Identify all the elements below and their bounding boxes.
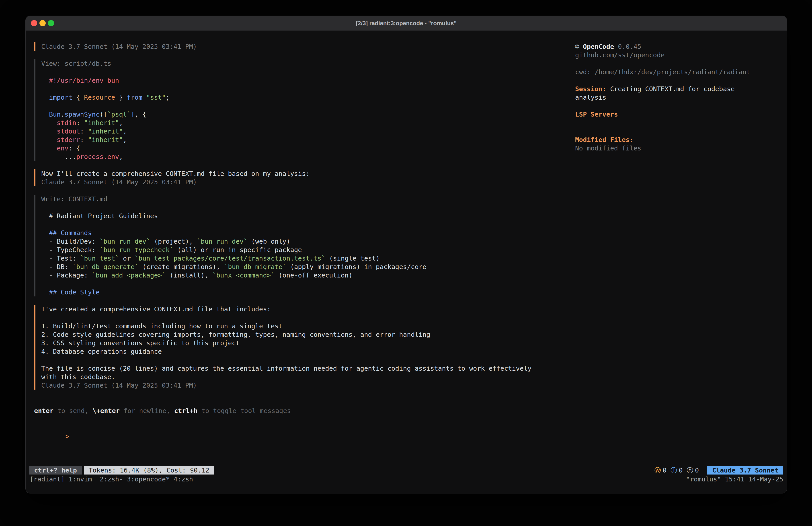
text-segment xyxy=(41,119,57,127)
text-segment: - TypeCheck: xyxy=(41,246,100,254)
tmux-session-info: "romulus" 15:41 14-May-25 xyxy=(686,475,783,483)
text-segment: (install), xyxy=(166,271,213,279)
text-segment: } xyxy=(115,94,127,101)
info-count: 0 xyxy=(679,466,683,474)
minimize-window-button[interactable] xyxy=(40,20,46,26)
text-segment xyxy=(41,127,57,135)
text-segment: Modified Files: xyxy=(575,136,634,144)
text-line: Claude 3.7 Sonnet (14 May 2025 03:41 PM) xyxy=(41,178,566,186)
text-segment: from xyxy=(127,94,142,101)
chat-area[interactable]: Claude 3.7 Sonnet (14 May 2025 03:41 PM)… xyxy=(34,42,566,398)
text-line: - Test: `bun test` or `bun test packages… xyxy=(41,254,566,262)
text-line: LSP Servers xyxy=(575,110,782,118)
text-segment: spawnSync xyxy=(64,111,100,118)
text-segment: - Build/Dev: xyxy=(41,238,100,245)
help-shortcut-chip: ctrl+? help xyxy=(29,466,82,474)
message-header-block: Claude 3.7 Sonnet (14 May 2025 03:41 PM) xyxy=(34,42,566,51)
text-line: Bun.spawnSync([`psql`], { xyxy=(41,110,566,118)
text-segment: "sst" xyxy=(146,94,165,101)
text-segment: `bun add <package>` xyxy=(92,271,166,279)
text-line xyxy=(575,102,782,110)
text-segment: 3. CSS styling conventions specific to t… xyxy=(41,339,240,347)
text-line xyxy=(41,203,566,212)
text-line: 4. Database operations guidance xyxy=(41,347,566,356)
window-titlebar[interactable]: [2/3] radiant:3:opencode - "romulus" xyxy=(26,16,787,31)
text-segment: Resource xyxy=(84,94,115,101)
text-line xyxy=(41,280,566,288)
warning-count: 0 xyxy=(663,466,667,474)
text-segment: Write: CONTEXT.md xyxy=(41,195,107,203)
text-line: # Radiant Project Guidelines xyxy=(41,212,566,220)
text-line xyxy=(41,68,566,76)
text-segment: 2. Code style guidelines covering import… xyxy=(41,331,430,338)
text-segment: - Package: xyxy=(41,271,92,279)
text-line: 3. CSS styling conventions specific to t… xyxy=(41,339,566,347)
prompt-input[interactable]: > xyxy=(34,424,69,432)
tool-view-block: View: script/db.ts #!/usr/bin/env bun im… xyxy=(34,59,566,161)
text-segment: OpenCode xyxy=(583,43,614,51)
text-line: analysis xyxy=(575,93,782,102)
text-line xyxy=(41,220,566,229)
text-segment: # Radiant Project Guidelines xyxy=(41,212,158,220)
tmux-status-bar: [radiant] 1:nvim 2:zsh- 3:opencode* 4:zs… xyxy=(30,475,783,483)
text-segment: : xyxy=(80,136,88,144)
text-segment: import xyxy=(49,94,72,101)
text-segment: (one-off execution) xyxy=(275,271,352,279)
close-window-button[interactable] xyxy=(31,20,37,26)
text-segment: #!/usr/bin/env bun xyxy=(49,77,119,84)
text-segment: Claude 3.7 Sonnet (14 May 2025 03:41 PM) xyxy=(41,43,197,51)
text-segment: `bun db generate` xyxy=(72,263,139,271)
text-segment: ... xyxy=(41,153,76,160)
prompt-caret: > xyxy=(66,432,69,440)
text-line xyxy=(575,118,782,127)
text-segment: Bun xyxy=(49,111,61,118)
text-line: Write: CONTEXT.md xyxy=(41,195,566,203)
zoom-window-button[interactable] xyxy=(48,20,54,26)
text-segment: No modified files xyxy=(575,144,641,152)
text-segment: (apply migrations) in packages/core xyxy=(286,263,426,271)
text-segment: (create migrations), xyxy=(139,263,224,271)
text-line: stdin: "inherit", xyxy=(41,118,566,127)
text-segment: github.com/sst/opencode xyxy=(575,51,665,59)
text-segment: , xyxy=(119,153,123,160)
text-segment xyxy=(41,288,49,296)
hint-icon: ⓗ xyxy=(687,466,693,474)
terminal-content[interactable]: Claude 3.7 Sonnet (14 May 2025 03:41 PM)… xyxy=(26,31,787,493)
text-segment: to send, xyxy=(54,407,92,415)
message-summary-block: I've created a comprehensive CONTEXT.md … xyxy=(34,305,566,389)
desktop-background: [2/3] radiant:3:opencode - "romulus" Cla… xyxy=(0,0,812,526)
text-segment: `psql` xyxy=(107,111,131,118)
text-line: © OpenCode 0.0.45 xyxy=(575,42,782,51)
text-segment: : xyxy=(76,119,84,127)
text-line: Claude 3.7 Sonnet (14 May 2025 03:41 PM) xyxy=(41,42,566,51)
text-segment: ([ xyxy=(100,111,107,118)
tokens-cost-chip: Tokens: 16.4K (8%), Cost: $0.12 xyxy=(84,466,214,474)
text-segment: `bunx <command>` xyxy=(212,271,275,279)
text-segment: process.env xyxy=(76,153,119,160)
info-icon: ⓘ xyxy=(670,466,677,474)
text-segment: - DB: xyxy=(41,263,72,271)
text-line: ...process.env, xyxy=(41,153,566,161)
text-line: Modified Files: xyxy=(575,136,782,144)
text-segment: with this codebase. xyxy=(41,373,115,381)
statusbar-spacer xyxy=(214,466,654,474)
text-line xyxy=(41,102,566,110)
text-line: #!/usr/bin/env bun xyxy=(41,76,566,85)
text-segment: stderr xyxy=(57,136,80,144)
text-segment xyxy=(41,77,49,84)
text-segment: . xyxy=(61,111,64,118)
text-segment: analysis xyxy=(575,94,606,101)
text-segment: Session: xyxy=(575,85,606,93)
text-line xyxy=(41,356,566,364)
text-segment xyxy=(41,94,49,101)
text-segment: , xyxy=(123,136,127,144)
tmux-window-list[interactable]: [radiant] 1:nvim 2:zsh- 3:opencode* 4:zs… xyxy=(30,475,193,483)
text-line: ## Code Style xyxy=(41,288,566,296)
text-segment: stdout xyxy=(57,127,80,135)
text-segment: for newline, xyxy=(120,407,174,415)
text-segment: : { xyxy=(69,144,80,152)
text-line: - Package: `bun add <package>` (install)… xyxy=(41,271,566,280)
tool-write-block: Write: CONTEXT.md # Radiant Project Guid… xyxy=(34,195,566,296)
text-segment: Now I'll create a comprehensive CONTEXT.… xyxy=(41,170,310,177)
traffic-lights xyxy=(31,16,54,30)
